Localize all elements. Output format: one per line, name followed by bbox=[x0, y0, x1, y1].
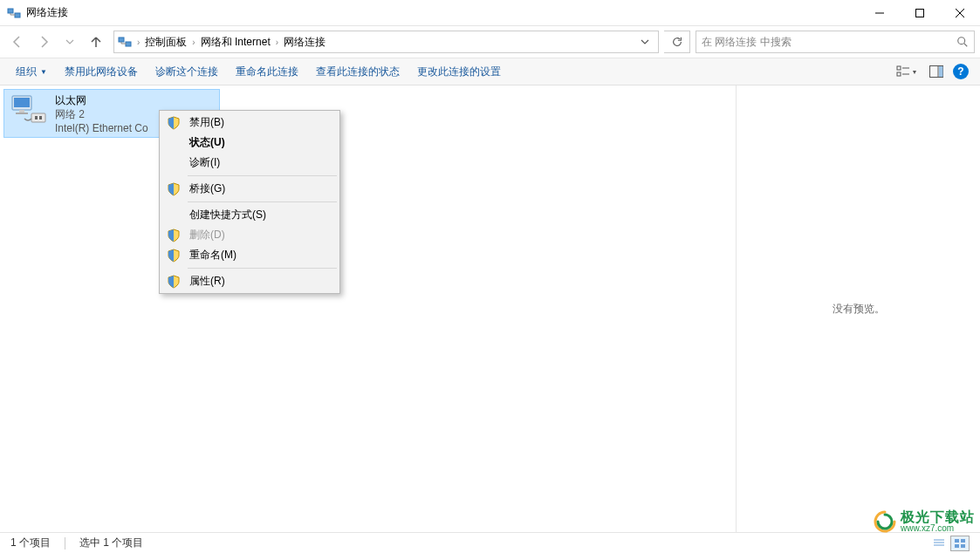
context-diagnose[interactable]: 诊断(I) bbox=[161, 153, 338, 173]
disable-device-button[interactable]: 禁用此网络设备 bbox=[56, 58, 147, 85]
breadcrumb-network-connections[interactable]: 网络连接 bbox=[280, 35, 329, 50]
close-button[interactable] bbox=[940, 0, 980, 25]
search-icon[interactable] bbox=[956, 36, 969, 48]
recent-dropdown[interactable] bbox=[58, 30, 82, 54]
minimize-button[interactable] bbox=[860, 0, 900, 25]
help-icon: ? bbox=[953, 64, 969, 79]
back-button[interactable] bbox=[5, 30, 30, 54]
location-icon bbox=[118, 35, 132, 49]
svg-rect-29 bbox=[955, 544, 959, 548]
adapter-device: Intel(R) Ethernet Co bbox=[55, 121, 148, 135]
shield-icon bbox=[167, 182, 181, 196]
status-bar: 1 个项目 选中 1 个项目 bbox=[0, 532, 980, 553]
svg-rect-22 bbox=[35, 116, 38, 119]
chevron-right-icon[interactable]: › bbox=[135, 38, 141, 47]
change-settings-button[interactable]: 更改此连接的设置 bbox=[408, 58, 510, 85]
item-count: 1 个项目 bbox=[10, 536, 51, 550]
shield-icon bbox=[167, 116, 181, 130]
context-properties[interactable]: 属性(R) bbox=[161, 271, 338, 291]
app-icon bbox=[7, 6, 21, 20]
adapter-status: 网络 2 bbox=[55, 107, 148, 121]
adapter-name: 以太网 bbox=[55, 93, 148, 107]
menu-separator bbox=[188, 201, 337, 202]
ethernet-adapter-icon bbox=[8, 93, 50, 128]
svg-rect-0 bbox=[8, 9, 13, 13]
svg-point-8 bbox=[958, 38, 965, 44]
titlebar: 网络连接 bbox=[0, 0, 980, 26]
maximize-button[interactable] bbox=[900, 0, 940, 25]
svg-rect-21 bbox=[31, 113, 45, 122]
context-bridge-label: 桥接(G) bbox=[189, 181, 225, 196]
status-separator bbox=[65, 537, 65, 550]
search-input[interactable] bbox=[702, 36, 956, 48]
breadcrumb-network-internet[interactable]: 网络和 Internet bbox=[197, 35, 274, 50]
details-view-button[interactable] bbox=[929, 536, 949, 551]
preview-pane-toggle[interactable] bbox=[924, 58, 949, 85]
search-box[interactable] bbox=[696, 31, 975, 53]
context-diagnose-label: 诊断(I) bbox=[189, 155, 220, 170]
context-bridge[interactable]: 桥接(G) bbox=[161, 179, 338, 199]
address-bar[interactable]: › 控制面板 › 网络和 Internet › 网络连接 bbox=[113, 31, 659, 53]
navigation-bar: › 控制面板 › 网络和 Internet › 网络连接 bbox=[0, 26, 980, 58]
svg-rect-27 bbox=[955, 539, 959, 543]
context-delete-label: 删除(D) bbox=[189, 228, 225, 242]
selected-count: 选中 1 个项目 bbox=[79, 536, 143, 550]
context-shortcut[interactable]: 创建快捷方式(S) bbox=[161, 205, 338, 225]
menu-separator bbox=[188, 175, 337, 176]
content-area: 以太网 网络 2 Intel(R) Ethernet Co 没有预览。 bbox=[0, 85, 980, 532]
main-pane[interactable]: 以太网 网络 2 Intel(R) Ethernet Co bbox=[0, 85, 736, 532]
svg-rect-30 bbox=[961, 544, 965, 548]
context-properties-label: 属性(R) bbox=[189, 274, 225, 289]
svg-rect-20 bbox=[16, 113, 28, 114]
context-disable[interactable]: 禁用(B) bbox=[161, 113, 338, 133]
refresh-button[interactable] bbox=[664, 31, 690, 53]
shield-icon bbox=[167, 275, 181, 289]
svg-rect-28 bbox=[961, 539, 965, 543]
context-delete: 删除(D) bbox=[161, 225, 338, 245]
context-menu: 禁用(B) 状态(U) 诊断(I) 桥接(G) 创建快捷方式(S) 删除(D) … bbox=[159, 110, 340, 294]
context-rename-label: 重命名(M) bbox=[189, 248, 236, 263]
svg-line-9 bbox=[964, 44, 968, 47]
window-controls bbox=[860, 0, 980, 25]
svg-rect-23 bbox=[39, 116, 42, 119]
watermark: 极光下载站 www.xz7.com bbox=[873, 509, 975, 534]
svg-rect-19 bbox=[19, 110, 24, 113]
shield-icon bbox=[167, 249, 181, 263]
forward-button[interactable] bbox=[31, 30, 56, 54]
address-dropdown-icon[interactable] bbox=[635, 38, 654, 46]
breadcrumb-control-panel[interactable]: 控制面板 bbox=[141, 35, 190, 50]
context-disable-label: 禁用(B) bbox=[189, 115, 224, 130]
menu-separator bbox=[188, 268, 337, 269]
organize-menu[interactable]: 组织▼ bbox=[7, 58, 56, 85]
chevron-right-icon[interactable]: › bbox=[274, 38, 280, 47]
svg-rect-16 bbox=[939, 66, 943, 77]
shield-icon bbox=[167, 229, 181, 242]
help-button[interactable]: ? bbox=[949, 58, 973, 85]
svg-rect-18 bbox=[14, 98, 30, 107]
watermark-logo-icon bbox=[873, 509, 897, 534]
watermark-url: www.xz7.com bbox=[901, 524, 975, 533]
window-title: 网络连接 bbox=[26, 5, 860, 20]
preview-pane: 没有预览。 bbox=[736, 85, 980, 532]
svg-rect-10 bbox=[897, 66, 901, 70]
no-preview-label: 没有预览。 bbox=[833, 302, 885, 317]
watermark-name: 极光下载站 bbox=[901, 510, 975, 524]
adapter-labels: 以太网 网络 2 Intel(R) Ethernet Co bbox=[55, 93, 148, 136]
context-status[interactable]: 状态(U) bbox=[161, 133, 338, 153]
large-icons-view-button[interactable] bbox=[950, 536, 970, 551]
organize-label: 组织 bbox=[16, 65, 37, 79]
up-button[interactable] bbox=[84, 30, 108, 54]
rename-button[interactable]: 重命名此连接 bbox=[227, 58, 307, 85]
context-status-label: 状态(U) bbox=[189, 135, 225, 150]
context-shortcut-label: 创建快捷方式(S) bbox=[189, 208, 266, 222]
svg-rect-6 bbox=[119, 38, 124, 42]
view-options-button[interactable]: ▼ bbox=[889, 58, 924, 85]
chevron-right-icon[interactable]: › bbox=[190, 38, 196, 47]
diagnose-button[interactable]: 诊断这个连接 bbox=[147, 58, 227, 85]
command-toolbar: 组织▼ 禁用此网络设备 诊断这个连接 重命名此连接 查看此连接的状态 更改此连接… bbox=[0, 58, 980, 85]
view-status-button[interactable]: 查看此连接的状态 bbox=[307, 58, 408, 85]
svg-rect-11 bbox=[897, 72, 901, 76]
svg-rect-3 bbox=[916, 9, 924, 17]
context-rename[interactable]: 重命名(M) bbox=[161, 245, 338, 265]
